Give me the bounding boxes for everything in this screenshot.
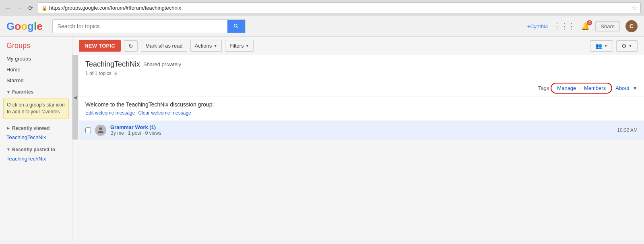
recently-viewed-section-title: ► Recently viewed (0, 122, 72, 133)
favorites-arrow-icon: ▼ (6, 90, 10, 94)
gear-icon: ⚙ (621, 43, 627, 49)
search-button[interactable] (227, 20, 245, 33)
toolbar: NEW TOPIC ↻ Mark all as read Actions ▼ F… (72, 37, 644, 55)
filters-dropdown-arrow-icon: ▼ (246, 44, 250, 48)
bookmark-star-icon[interactable]: ☆ (632, 4, 637, 12)
header-right: +Cynthia ⋮⋮⋮ 🔔 4 Share C (527, 20, 638, 32)
topics-list: Grammar Work (1) By me · 1 post · 0 view… (79, 121, 644, 140)
table-row: Grammar Work (1) By me · 1 post · 0 view… (79, 121, 644, 140)
recently-posted-arrow-icon: ▼ (6, 147, 10, 152)
group-privacy: Shared privately (143, 61, 181, 67)
members-link[interactable]: Members (582, 84, 607, 92)
topic-info: Grammar Work (1) By me · 1 post · 0 view… (110, 124, 617, 136)
sidebar-item-home[interactable]: Home (0, 64, 72, 75)
sidebar-groups-title[interactable]: Groups (0, 37, 72, 53)
sidebar-item-my-groups[interactable]: My groups (0, 53, 72, 64)
edit-welcome-link[interactable]: Edit welcome message (85, 110, 135, 116)
recently-posted-link[interactable]: TeachingTechNix (0, 154, 72, 163)
browser-top-bar: ← → ⟳ 🔒 ☆ (0, 0, 644, 16)
reload-button[interactable]: ⟳ (26, 3, 35, 13)
refresh-button[interactable]: ↻ (124, 40, 138, 52)
group-header: TeachingTechNix Shared privately 1 of 1 … (79, 55, 644, 80)
welcome-banner: Welcome to the TeachingTechNix discussio… (79, 96, 644, 121)
notifications-button[interactable]: 🔔 4 (581, 22, 590, 31)
favorites-tooltip: Click on a group's star icon to add it t… (3, 98, 69, 119)
sidebar-item-starred[interactable]: Starred (0, 75, 72, 86)
tags-label: Tags (538, 85, 549, 91)
group-name: TeachingTechNix (85, 60, 140, 69)
actions-dropdown-button[interactable]: Actions ▼ (190, 40, 222, 52)
welcome-message-text: Welcome to the TeachingTechNix discussio… (85, 101, 638, 108)
about-expand-icon[interactable]: ▼ (632, 85, 638, 91)
sidebar-collapse-button[interactable]: ◀ (72, 55, 78, 140)
recently-viewed-arrow-icon: ► (6, 126, 10, 130)
topic-avatar-icon (95, 125, 106, 136)
nav-buttons: ← → ⟳ (3, 3, 35, 13)
address-bar-wrap: 🔒 ☆ (38, 2, 641, 13)
favorites-section-title: ▼ Favorites (0, 86, 72, 96)
app-container: Groups My groups Home Starred ▼ Favorite… (0, 37, 644, 240)
topic-meta: By me · 1 post · 0 views (110, 130, 617, 136)
nav-dot: · (579, 85, 581, 91)
content-area: ◀ TeachingTechNix Shared privately 1 of … (72, 55, 644, 140)
lock-icon: 🔒 (41, 5, 47, 11)
recently-posted-section-title: ▼ Recently posted to (0, 144, 72, 154)
address-bar[interactable] (49, 5, 630, 11)
manage-link[interactable]: Manage (555, 84, 578, 92)
manage-members-highlight: Manage · Members (551, 83, 612, 94)
search-input[interactable] (53, 20, 227, 33)
topic-time: 10:32 AM (617, 127, 638, 133)
new-topic-button[interactable]: NEW TOPIC (79, 40, 121, 52)
recently-viewed-link[interactable]: TeachingTechNix (0, 133, 72, 142)
topic-checkbox[interactable] (85, 127, 91, 133)
clear-welcome-link[interactable]: Clear welcome message (138, 110, 191, 116)
notification-badge: 4 (587, 20, 592, 25)
people-dropdown-arrow-icon: ▼ (604, 44, 608, 48)
group-nav: Tags Manage · Members About ▼ (79, 80, 644, 96)
group-title-row: TeachingTechNix Shared privately (85, 60, 638, 69)
google-logo: Google (6, 20, 43, 33)
actions-dropdown-arrow-icon: ▼ (213, 44, 217, 48)
main-content: NEW TOPIC ↻ Mark all as read Actions ▼ F… (72, 37, 644, 240)
apps-grid-icon[interactable]: ⋮⋮⋮ (553, 22, 575, 31)
browser-chrome: ← → ⟳ 🔒 ☆ (0, 0, 644, 16)
gear-dropdown-arrow-icon: ▼ (628, 44, 632, 48)
people-settings-button[interactable]: 👥 ▼ (590, 40, 613, 52)
filters-dropdown-button[interactable]: Filters ▼ (225, 40, 254, 52)
people-icon: 👥 (595, 43, 602, 49)
group-meta: 1 of 1 topics ★ (85, 70, 638, 77)
toolbar-right: 👥 ▼ ⚙ ▼ (590, 40, 638, 52)
google-header: Google +Cynthia ⋮⋮⋮ 🔔 4 Share C (0, 16, 644, 37)
share-button[interactable]: Share (595, 21, 620, 31)
avatar[interactable]: C (625, 20, 638, 32)
sidebar: Groups My groups Home Starred ▼ Favorite… (0, 37, 72, 240)
welcome-links: Edit welcome message Clear welcome messa… (85, 110, 638, 116)
mark-all-read-button[interactable]: Mark all as read (141, 40, 187, 52)
back-button[interactable]: ← (3, 3, 13, 13)
about-link[interactable]: About (614, 84, 631, 92)
topic-title[interactable]: Grammar Work (1) (110, 124, 617, 130)
group-star-icon[interactable]: ★ (113, 70, 118, 77)
group-panel: TeachingTechNix Shared privately 1 of 1 … (79, 55, 644, 140)
user-link[interactable]: +Cynthia (527, 23, 548, 29)
gear-settings-button[interactable]: ⚙ ▼ (616, 40, 638, 52)
forward-button[interactable]: → (14, 3, 24, 13)
search-bar (52, 19, 246, 33)
